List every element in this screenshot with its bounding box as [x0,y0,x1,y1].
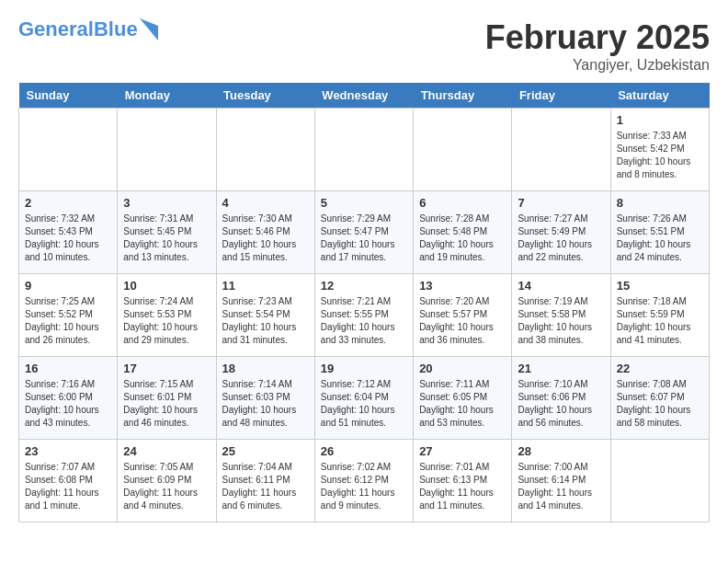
calendar-cell: 19Sunrise: 7:12 AM Sunset: 6:04 PM Dayli… [314,357,413,440]
day-number: 24 [123,444,210,458]
day-info: Sunrise: 7:12 AM Sunset: 6:04 PM Dayligh… [321,378,407,430]
day-info: Sunrise: 7:00 AM Sunset: 6:14 PM Dayligh… [518,461,604,512]
calendar-header: Sunday Monday Tuesday Wednesday Thursday… [19,83,710,109]
day-info: Sunrise: 7:05 AM Sunset: 6:09 PM Dayligh… [123,461,210,512]
day-info: Sunrise: 7:15 AM Sunset: 6:01 PM Dayligh… [123,378,210,430]
header-sunday: Sunday [19,83,118,109]
header-tuesday: Tuesday [216,83,314,109]
calendar-week-1: 2Sunrise: 7:32 AM Sunset: 5:43 PM Daylig… [19,191,710,274]
day-number: 23 [25,444,111,458]
calendar-cell: 8Sunrise: 7:26 AM Sunset: 5:51 PM Daylig… [610,191,709,274]
calendar-cell [118,109,216,191]
day-number: 1 [617,113,703,127]
day-number: 15 [617,279,703,293]
calendar-cell: 16Sunrise: 7:16 AM Sunset: 6:00 PM Dayli… [19,357,118,440]
day-info: Sunrise: 7:02 AM Sunset: 6:12 PM Dayligh… [321,461,407,512]
day-info: Sunrise: 7:26 AM Sunset: 5:51 PM Dayligh… [617,213,703,264]
header-saturday: Saturday [610,83,709,109]
calendar-cell: 15Sunrise: 7:18 AM Sunset: 5:59 PM Dayli… [610,274,709,357]
logo-text: GeneralBlue [18,19,138,40]
day-number: 12 [321,279,407,293]
day-info: Sunrise: 7:20 AM Sunset: 5:57 PM Dayligh… [419,295,506,347]
day-info: Sunrise: 7:31 AM Sunset: 5:45 PM Dayligh… [123,213,210,264]
svg-marker-0 [140,18,158,40]
day-number: 16 [25,362,111,375]
day-number: 22 [617,362,703,375]
logo-icon [140,18,158,40]
calendar-cell: 4Sunrise: 7:30 AM Sunset: 5:46 PM Daylig… [216,191,314,274]
calendar-cell: 26Sunrise: 7:02 AM Sunset: 6:12 PM Dayli… [314,440,413,523]
logo: GeneralBlue [18,18,158,40]
day-number: 11 [222,279,309,293]
day-number: 4 [222,196,309,210]
day-info: Sunrise: 7:19 AM Sunset: 5:58 PM Dayligh… [518,295,604,347]
day-info: Sunrise: 7:21 AM Sunset: 5:55 PM Dayligh… [321,295,407,347]
day-info: Sunrise: 7:08 AM Sunset: 6:07 PM Dayligh… [617,378,703,430]
calendar-cell: 11Sunrise: 7:23 AM Sunset: 5:54 PM Dayli… [216,274,314,357]
day-number: 2 [25,196,111,210]
calendar-title: February 2025 [485,18,710,57]
day-info: Sunrise: 7:24 AM Sunset: 5:53 PM Dayligh… [123,295,210,347]
day-info: Sunrise: 7:10 AM Sunset: 6:06 PM Dayligh… [518,378,604,430]
calendar-cell: 6Sunrise: 7:28 AM Sunset: 5:48 PM Daylig… [414,191,512,274]
day-info: Sunrise: 7:01 AM Sunset: 6:13 PM Dayligh… [419,461,506,512]
calendar-cell: 20Sunrise: 7:11 AM Sunset: 6:05 PM Dayli… [414,357,512,440]
day-number: 17 [123,362,210,375]
day-info: Sunrise: 7:30 AM Sunset: 5:46 PM Dayligh… [222,213,309,264]
day-number: 8 [617,196,703,210]
day-info: Sunrise: 7:18 AM Sunset: 5:59 PM Dayligh… [617,295,703,347]
header-friday: Friday [512,83,610,109]
calendar-cell: 17Sunrise: 7:15 AM Sunset: 6:01 PM Dayli… [118,357,216,440]
day-info: Sunrise: 7:14 AM Sunset: 6:03 PM Dayligh… [222,378,309,430]
day-number: 27 [419,444,506,458]
calendar-cell [216,109,314,191]
calendar-cell: 21Sunrise: 7:10 AM Sunset: 6:06 PM Dayli… [512,357,610,440]
calendar-cell: 22Sunrise: 7:08 AM Sunset: 6:07 PM Dayli… [610,357,709,440]
calendar-cell: 3Sunrise: 7:31 AM Sunset: 5:45 PM Daylig… [118,191,216,274]
day-info: Sunrise: 7:33 AM Sunset: 5:42 PM Dayligh… [617,130,703,181]
calendar-week-4: 23Sunrise: 7:07 AM Sunset: 6:08 PM Dayli… [19,440,710,523]
calendar-subtitle: Yangiyer, Uzbekistan [485,57,710,74]
page-header: GeneralBlue February 2025 Yangiyer, Uzbe… [18,18,710,74]
day-number: 3 [123,196,210,210]
day-number: 5 [321,196,407,210]
calendar-cell: 14Sunrise: 7:19 AM Sunset: 5:58 PM Dayli… [512,274,610,357]
header-thursday: Thursday [414,83,512,109]
calendar-week-0: 1Sunrise: 7:33 AM Sunset: 5:42 PM Daylig… [19,109,710,191]
day-info: Sunrise: 7:04 AM Sunset: 6:11 PM Dayligh… [222,461,309,512]
day-number: 20 [419,362,506,375]
day-info: Sunrise: 7:07 AM Sunset: 6:08 PM Dayligh… [25,461,111,512]
header-row: Sunday Monday Tuesday Wednesday Thursday… [19,83,710,109]
calendar-cell: 1Sunrise: 7:33 AM Sunset: 5:42 PM Daylig… [610,109,709,191]
day-number: 21 [518,362,604,375]
day-info: Sunrise: 7:32 AM Sunset: 5:43 PM Dayligh… [25,213,111,264]
day-number: 10 [123,279,210,293]
day-number: 7 [518,196,604,210]
calendar-cell: 7Sunrise: 7:27 AM Sunset: 5:49 PM Daylig… [512,191,610,274]
day-number: 6 [419,196,506,210]
calendar-cell: 27Sunrise: 7:01 AM Sunset: 6:13 PM Dayli… [414,440,512,523]
calendar-cell: 18Sunrise: 7:14 AM Sunset: 6:03 PM Dayli… [216,357,314,440]
header-monday: Monday [118,83,216,109]
calendar-cell: 12Sunrise: 7:21 AM Sunset: 5:55 PM Dayli… [314,274,413,357]
calendar-cell: 5Sunrise: 7:29 AM Sunset: 5:47 PM Daylig… [314,191,413,274]
calendar-table: Sunday Monday Tuesday Wednesday Thursday… [18,83,710,523]
day-info: Sunrise: 7:25 AM Sunset: 5:52 PM Dayligh… [25,295,111,347]
day-info: Sunrise: 7:28 AM Sunset: 5:48 PM Dayligh… [419,213,506,264]
calendar-body: 1Sunrise: 7:33 AM Sunset: 5:42 PM Daylig… [19,109,710,523]
calendar-cell: 25Sunrise: 7:04 AM Sunset: 6:11 PM Dayli… [216,440,314,523]
calendar-cell [314,109,413,191]
calendar-cell [512,109,610,191]
calendar-week-2: 9Sunrise: 7:25 AM Sunset: 5:52 PM Daylig… [19,274,710,357]
day-info: Sunrise: 7:27 AM Sunset: 5:49 PM Dayligh… [518,213,604,264]
day-number: 13 [419,279,506,293]
calendar-cell: 9Sunrise: 7:25 AM Sunset: 5:52 PM Daylig… [19,274,118,357]
header-wednesday: Wednesday [314,83,413,109]
day-info: Sunrise: 7:23 AM Sunset: 5:54 PM Dayligh… [222,295,309,347]
calendar-cell [414,109,512,191]
calendar-cell: 28Sunrise: 7:00 AM Sunset: 6:14 PM Dayli… [512,440,610,523]
calendar-cell: 23Sunrise: 7:07 AM Sunset: 6:08 PM Dayli… [19,440,118,523]
day-number: 14 [518,279,604,293]
day-number: 28 [518,444,604,458]
calendar-cell: 13Sunrise: 7:20 AM Sunset: 5:57 PM Dayli… [414,274,512,357]
